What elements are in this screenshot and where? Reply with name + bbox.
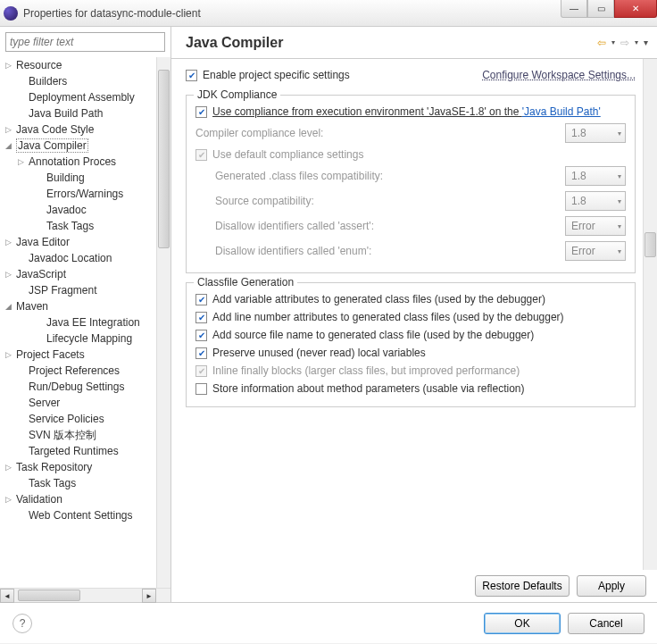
nav-item[interactable]: Task Tags: [0, 475, 156, 491]
classfile-generation-legend: Classfile Generation: [194, 276, 297, 289]
add-source-filename-checkbox[interactable]: Add source file name to generated class …: [195, 326, 626, 344]
nav-item[interactable]: Javadoc: [0, 202, 156, 218]
nav-item[interactable]: ▷Validation: [0, 491, 156, 507]
nav-item-label: Java Code Style: [16, 123, 94, 136]
window-title: Properties for datasync-module-client: [23, 7, 201, 20]
nav-item-label: Project Facets: [16, 348, 85, 361]
nav-item-label: Javadoc: [46, 204, 87, 216]
nav-item-label: JSP Fragment: [29, 284, 96, 297]
store-method-parameters-checkbox[interactable]: Store information about method parameter…: [195, 380, 626, 397]
apply-button[interactable]: Apply: [577, 575, 646, 597]
main-panel: Java Compiler ⇦ ▾ ⇨ ▾ ▾ Enable project s…: [171, 27, 657, 602]
nav-item[interactable]: ◢Maven: [0, 298, 156, 314]
view-menu-icon[interactable]: ▾: [644, 38, 648, 47]
nav-back-menu-icon[interactable]: ▾: [611, 38, 615, 46]
nav-item[interactable]: Run/Debug Settings: [0, 379, 156, 395]
nav-item[interactable]: Javadoc Location: [0, 250, 156, 266]
jdk-compliance-legend: JDK Compliance: [194, 88, 280, 101]
chevron-down-icon: ▾: [618, 222, 621, 230]
disallow-assert-select[interactable]: Error▾: [565, 216, 626, 236]
tree-twisty-icon: ▷: [5, 270, 16, 279]
window-maximize-button[interactable]: ▭: [587, 0, 614, 18]
java-build-path-link[interactable]: 'Java Build Path': [522, 105, 601, 118]
nav-item[interactable]: Targeted Runtimes: [0, 443, 156, 459]
nav-item[interactable]: Building: [0, 170, 156, 186]
nav-tree[interactable]: ▷ResourceBuildersDeployment AssemblyJava…: [0, 57, 170, 588]
nav-item-label: Task Tags: [46, 220, 94, 232]
nav-item[interactable]: Lifecycle Mapping: [0, 330, 156, 347]
nav-item[interactable]: ▷Annotation Proces: [0, 154, 156, 170]
nav-item[interactable]: Java EE Integration: [0, 314, 156, 330]
nav-item[interactable]: ▷JavaScript: [0, 266, 156, 282]
add-line-numbers-checkbox[interactable]: Add line number attributes to generated …: [195, 308, 626, 326]
nav-scrollbar-horizontal[interactable]: ◄ ►: [0, 588, 170, 602]
nav-panel: ▷ResourceBuildersDeployment AssemblyJava…: [0, 27, 171, 602]
nav-item[interactable]: Deployment Assembly: [0, 89, 156, 105]
nav-item[interactable]: Task Tags: [0, 218, 156, 234]
nav-item[interactable]: Web Content Settings: [0, 507, 156, 523]
filter-input[interactable]: [5, 32, 165, 52]
disallow-enum-select[interactable]: Error▾: [565, 241, 626, 261]
nav-item[interactable]: Service Policies: [0, 411, 156, 427]
nav-item[interactable]: Errors/Warnings: [0, 186, 156, 202]
nav-scrollbar-vertical[interactable]: [156, 57, 170, 588]
tree-twisty-icon: ▷: [5, 350, 16, 359]
nav-item-label: Project References: [29, 364, 120, 377]
nav-item-label: Annotation Proces: [29, 155, 116, 168]
nav-item-label: Builders: [29, 75, 67, 88]
enable-project-specific-checkbox[interactable]: Enable project specific settings: [186, 66, 350, 84]
tree-twisty-icon: ▷: [5, 463, 16, 472]
configure-workspace-settings-link[interactable]: Configure Workspace Settings...: [482, 69, 636, 81]
nav-item-label: Errors/Warnings: [46, 188, 123, 200]
nav-item[interactable]: Project References: [0, 363, 156, 379]
checkbox-icon: [195, 330, 207, 341]
help-button[interactable]: ?: [12, 614, 32, 633]
chevron-down-icon: ▾: [618, 130, 621, 138]
tree-twisty-icon: ▷: [18, 157, 29, 166]
nav-back-icon[interactable]: ⇦: [597, 37, 606, 49]
use-exec-env-label: Use compliance from execution environmen…: [212, 105, 522, 118]
tree-twisty-icon: ▷: [5, 495, 16, 504]
source-compat-select[interactable]: 1.8▾: [565, 191, 626, 211]
nav-forward-icon[interactable]: ⇨: [620, 37, 629, 49]
use-execution-env-checkbox[interactable]: Use compliance from execution environmen…: [195, 103, 626, 121]
add-variable-attributes-checkbox[interactable]: Add variable attributes to generated cla…: [195, 290, 626, 308]
checkbox-icon: [195, 294, 207, 305]
main-scrollbar-vertical[interactable]: [643, 59, 657, 570]
nav-item-label: Validation: [16, 493, 62, 506]
inline-finally-blocks-checkbox[interactable]: Inline finally blocks (larger class file…: [195, 362, 626, 380]
window-minimize-button[interactable]: —: [561, 0, 587, 18]
restore-defaults-button[interactable]: Restore Defaults: [475, 575, 570, 597]
nav-item[interactable]: ◢Java Compiler: [0, 138, 156, 154]
nav-item[interactable]: ▷Resource: [0, 57, 156, 73]
tree-twisty-icon: ◢: [5, 302, 16, 311]
ok-button[interactable]: OK: [484, 613, 561, 634]
nav-item-label: Java Build Path: [29, 107, 103, 120]
use-default-compliance-checkbox[interactable]: Use default compliance settings: [195, 146, 626, 163]
nav-item[interactable]: Java Build Path: [0, 105, 156, 121]
nav-item-label: Task Tags: [29, 477, 76, 489]
nav-item[interactable]: ▷Project Facets: [0, 347, 156, 363]
compliance-level-select[interactable]: 1.8▾: [565, 123, 626, 143]
checkbox-icon: [195, 347, 207, 359]
nav-item[interactable]: ▷Java Editor: [0, 234, 156, 250]
nav-item[interactable]: Server: [0, 395, 156, 411]
nav-item-label: Web Content Settings: [29, 509, 133, 522]
nav-item-label: Targeted Runtimes: [29, 445, 119, 457]
nav-item-label: Task Repository: [16, 461, 92, 473]
nav-item[interactable]: Builders: [0, 73, 156, 89]
preserve-unused-locals-checkbox[interactable]: Preserve unused (never read) local varia…: [195, 344, 626, 362]
tree-twisty-icon: ▷: [5, 238, 16, 247]
nav-item[interactable]: ▷Task Repository: [0, 459, 156, 475]
page-nav-arrows: ⇦ ▾ ⇨ ▾ ▾: [597, 37, 648, 49]
generated-class-compat-label: Generated .class files compatibility:: [215, 170, 383, 182]
window-close-button[interactable]: ✕: [614, 0, 657, 18]
nav-item[interactable]: SVN 版本控制: [0, 427, 156, 443]
nav-item[interactable]: JSP Fragment: [0, 282, 156, 298]
checkbox-icon: [195, 106, 207, 118]
compliance-level-label: Compiler compliance level:: [195, 127, 323, 139]
nav-forward-menu-icon[interactable]: ▾: [635, 38, 638, 46]
nav-item[interactable]: ▷Java Code Style: [0, 121, 156, 138]
cancel-button[interactable]: Cancel: [568, 613, 645, 634]
generated-class-compat-select[interactable]: 1.8▾: [565, 166, 626, 186]
